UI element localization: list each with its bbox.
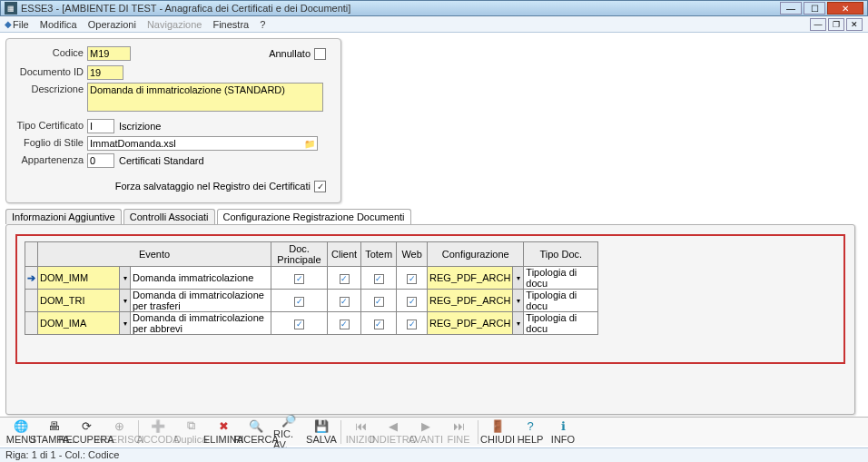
label-documento-id: Documento ID [15,65,84,77]
grid-checkbox-cell[interactable]: ✓ [361,312,397,335]
grid-checkbox-cell[interactable]: ✓ [271,267,328,290]
menu-modifica[interactable]: Modifica [40,19,77,30]
field-codice[interactable]: M19 [87,46,131,61]
grid-cell-code[interactable]: DOM_IMM [38,267,120,290]
next-icon: ▶ [419,418,433,433]
toolbar-avanti-button[interactable]: ▶AVANTI [410,418,441,445]
grid-table: Evento Doc. Principale Client Totem Web … [25,241,598,335]
mdi-restore-button[interactable]: ❐ [828,18,844,31]
grid-checkbox-cell[interactable]: ✓ [328,290,361,312]
table-row[interactable]: DOM_IMA▾Domanda di immatricolazione per … [25,312,598,335]
grid-header-tipo-doc: Tipo Doc. [524,242,598,267]
duplicate-icon: ⧉ [183,418,198,433]
grid-checkbox-cell[interactable]: ✓ [328,312,361,335]
grid-header-selector [25,242,38,267]
menu-help[interactable]: ? [260,19,265,30]
search-icon: 🔍 [249,418,263,433]
grid-cell-config[interactable]: REG_PDF_ARCH [428,312,513,335]
label-codice: Codice [15,46,84,58]
prev-icon: ◀ [386,418,400,433]
row-selector[interactable] [25,290,38,312]
menu-bullet-icon: ◆ [5,19,12,29]
tab-informazioni-aggiuntive[interactable]: Informazioni Aggiuntive [5,209,122,224]
mdi-close-button[interactable]: ✕ [846,18,863,31]
toolbar-salva-button[interactable]: 💾SALVA [306,418,337,445]
grid-checkbox-cell[interactable]: ✓ [271,290,328,312]
grid-cell-tipo: Tipologia di docu [524,267,598,290]
printer-icon: 🖶 [46,418,61,433]
label-foglio-stile: Foglio di Stile [15,136,84,148]
grid-cell-config[interactable]: REG_PDF_ARCH [428,290,513,312]
dropdown-icon[interactable]: ▾ [513,290,524,312]
status-bar: Riga: 1 di 1 - Col.: Codice [0,447,868,462]
delete-icon: ✖ [216,418,231,433]
toolbar-fine-button[interactable]: ⏭FINE [443,418,474,445]
grid-cell-config[interactable]: REG_PDF_ARCH [428,267,513,290]
field-tipo-label: Iscrizione [117,119,299,133]
toolbar-chiudi-button[interactable]: 🚪CHIUDI [482,418,513,445]
checkbox-annullato[interactable] [314,48,326,60]
field-foglio-stile[interactable]: ImmatDomanda.xsl [87,136,318,151]
toolbar-inserisci-button[interactable]: ⊕INSERISCI [104,418,134,445]
dropdown-icon[interactable]: ▾ [120,290,131,312]
retrieve-icon: ⟳ [79,418,94,433]
toolbar-ricav-button[interactable]: 🔎RIC. AV. [273,413,304,450]
info-icon: ℹ [556,418,570,433]
grid-checkbox-cell[interactable]: ✓ [361,267,397,290]
grid-checkbox-cell[interactable]: ✓ [328,267,361,290]
grid-cell-desc: Domanda di immatricolazione per abbrevi [131,312,271,335]
dropdown-icon[interactable]: ▾ [120,312,131,335]
toolbar-indietro-button[interactable]: ◀INDIETRO [378,418,409,445]
help-icon: ? [523,418,538,433]
grid-cell-code[interactable]: DOM_IMA [38,312,120,335]
grid-cell-tipo: Tipologia di docu [524,312,598,335]
grid-checkbox-cell[interactable]: ✓ [397,312,428,335]
dropdown-icon[interactable]: ▾ [120,267,131,290]
label-appartenenza: Appartenenza [15,153,84,165]
row-selector[interactable]: ➔ [25,267,38,290]
field-tipo-code[interactable]: I [87,119,114,133]
menu-file[interactable]: File [13,19,29,30]
grid-header-configurazione: Configurazione [428,242,524,267]
grid-cell-desc: Domanda di immatricolazione per trasferi [131,290,271,312]
menu-operazioni[interactable]: Operazioni [88,19,136,30]
grid-header-doc-principale: Doc. Principale [271,242,328,267]
last-icon: ⏭ [451,418,466,433]
field-appart-code[interactable]: 0 [87,153,114,168]
grid-checkbox-cell[interactable]: ✓ [271,312,328,335]
table-row[interactable]: DOM_TRI▾Domanda di immatricolazione per … [25,290,598,312]
append-icon: ➕ [151,418,165,433]
menu-finestra[interactable]: Finestra [212,19,249,30]
dropdown-icon[interactable]: ▾ [513,267,524,290]
grid-header-evento: Evento [38,242,271,267]
tab-configurazione-registrazione[interactable]: Configurazione Registrazione Documenti [217,209,411,224]
field-descrizione[interactable]: Domanda di immatricolazione (STANDARD) [87,83,323,112]
grid-panel: Evento Doc. Principale Client Totem Web … [5,224,855,415]
grid-header-client: Client [328,242,361,267]
insert-icon: ⊕ [112,418,126,433]
grid-cell-desc: Domanda immatricolazione [131,267,271,290]
menu-bar: ◆ File Modifica Operazioni Navigazione F… [0,16,868,33]
toolbar-duplica-button[interactable]: ⧉Duplica [175,418,206,445]
checkbox-forza-salvataggio[interactable] [314,181,326,192]
grid-checkbox-cell[interactable]: ✓ [397,267,428,290]
dropdown-icon[interactable]: ▾ [513,312,524,335]
table-row[interactable]: ➔DOM_IMM▾Domanda immatricolazione✓✓✓✓REG… [25,267,598,290]
tab-controlli-associati[interactable]: Controlli Associati [123,209,215,224]
adv-search-icon: 🔎 [281,413,296,428]
grid-checkbox-cell[interactable]: ✓ [397,290,428,312]
window-max-button[interactable]: ☐ [804,2,825,15]
first-icon: ⏮ [353,418,368,433]
grid-checkbox-cell[interactable]: ✓ [361,290,397,312]
mdi-min-button[interactable]: — [810,18,826,31]
grid-cell-code[interactable]: DOM_TRI [38,290,120,312]
window-min-button[interactable]: — [780,2,802,15]
toolbar-ricerca-button[interactable]: 🔍RICERCA [241,418,271,445]
field-documento-id[interactable]: 19 [87,65,123,80]
row-selector[interactable] [25,312,38,335]
toolbar-info-button[interactable]: ℹINFO [547,418,578,445]
toolbar-accoda-button[interactable]: ➕ACCODA [143,418,173,445]
menu-navigazione[interactable]: Navigazione [147,19,202,30]
toolbar-help-button[interactable]: ?HELP [515,418,546,445]
window-close-button[interactable]: ✕ [827,2,863,15]
